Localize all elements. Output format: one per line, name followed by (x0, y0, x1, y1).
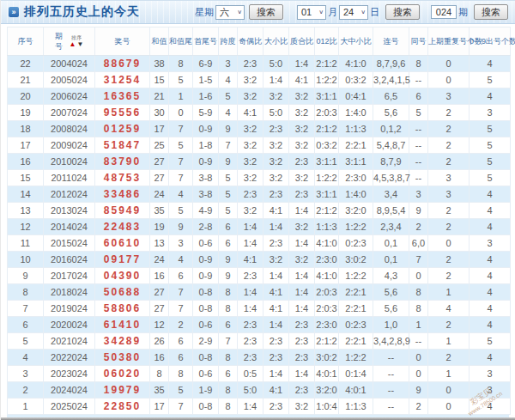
table-cell: 3:1:1 (339, 154, 373, 170)
table-cell: 4,5,3,8,7 (373, 170, 409, 186)
table-cell: 3 (470, 235, 511, 252)
table-cell: 4 (219, 72, 238, 88)
table-cell: 9 (8, 268, 44, 284)
table-cell: 5 (219, 203, 238, 219)
table-cell: 12 (150, 317, 169, 333)
table-cell: 6-9 (193, 56, 219, 72)
table-cell: 16 (150, 350, 169, 366)
table-cell: 1:4 (264, 317, 289, 333)
day-select-value: 24 (343, 7, 354, 17)
table-cell: 0 (409, 366, 428, 382)
table-cell: 6 (169, 333, 193, 350)
prize-number-cell: 61410 (95, 317, 150, 333)
table-row: 12025024228501770-881:42:33:21:0:41:1:3-… (8, 399, 511, 415)
day-select[interactable]: 24 ∨ (339, 5, 368, 20)
table-cell: 15 (150, 72, 169, 88)
table-cell: 1:4 (238, 399, 264, 415)
table-cell: 0-9 (193, 154, 219, 170)
table-cell: 1 (428, 366, 470, 382)
table-cell: 4:0:1 (339, 382, 373, 399)
table-cell: 0:3:2 (315, 137, 339, 154)
table-cell: 0-8 (193, 284, 219, 301)
header-same-number: 同号 (409, 27, 428, 56)
table-cell: 8 (150, 366, 169, 382)
table-cell: 4 (470, 252, 511, 268)
table-cell: 0-8 (193, 350, 219, 366)
table-cell: 4 (219, 105, 238, 121)
date-search-button[interactable]: 搜索 (385, 4, 420, 20)
table-cell: 1:2:2 (339, 350, 373, 366)
table-cell: 13 (150, 235, 169, 252)
table-cell: 27 (150, 284, 169, 301)
table-cell: 2004024 (44, 56, 95, 72)
table-cell: 4 (470, 301, 511, 317)
table-cell: 2,3,4 (373, 219, 409, 235)
table-cell: 0-6 (193, 366, 219, 382)
table-cell: 9 (219, 121, 238, 137)
week-select[interactable]: 六 ∨ (215, 5, 245, 20)
table-cell: 5:0 (264, 105, 289, 121)
sort-desc-icon[interactable]: ▼ (76, 41, 83, 48)
table-cell: 4 (470, 284, 511, 301)
table-cell: 2:3 (238, 350, 264, 366)
table-cell: 19 (8, 105, 44, 121)
prize-number-cell: 22483 (95, 219, 150, 235)
header-prime-composite: 质合比 (289, 27, 315, 56)
table-row: 222004024886793886-932:35:01:42:1:24:1:0… (8, 56, 511, 72)
table-cell: 0:3:2 (339, 72, 373, 88)
table-cell: 1 (8, 399, 44, 415)
prize-number-cell: 06020 (95, 366, 150, 382)
table-cell: 1:4:0 (339, 105, 373, 121)
table-cell: 2016024 (44, 252, 95, 268)
prize-number-cell: 88679 (95, 56, 150, 72)
table-cell: 6 (219, 219, 238, 235)
header-repeat-count: 上期重复号个数 (428, 27, 470, 56)
table-cell: 2019024 (44, 301, 95, 317)
table-cell: 2010024 (44, 154, 95, 170)
table-cell: 2025024 (44, 399, 95, 415)
table-row: 172009024518472551-873:23:23:20:3:22:2:1… (8, 137, 511, 154)
table-cell: 7 (169, 301, 193, 317)
prize-number-cell: 34289 (95, 333, 150, 350)
table-cell: 5 (169, 203, 193, 219)
week-label: 星期 (195, 6, 214, 19)
table-cell: 4 (8, 350, 44, 366)
table-cell: 0-9 (193, 252, 219, 268)
table-cell: 1:2:2 (339, 268, 373, 284)
table-cell: 8 (219, 350, 238, 366)
table-cell: 3:2 (264, 137, 289, 154)
table-cell: 2:3 (264, 350, 289, 366)
table-cell: 3 (428, 186, 470, 203)
table-row: 22024024199793551-985:04:12:33:2:04:0:1-… (8, 382, 511, 399)
prize-number-cell: 09177 (95, 252, 150, 268)
table-cell: 7 (169, 154, 193, 170)
table-cell: 1 (409, 317, 428, 333)
table-cell: 30 (150, 105, 169, 121)
table-cell: 0 (428, 399, 470, 415)
table-cell: 1:4 (264, 366, 289, 382)
table-row: 92017024043901660-992:31:41:44:1:01:2:24… (8, 268, 511, 284)
issue-input[interactable] (431, 5, 457, 19)
table-cell: 13 (8, 203, 44, 219)
table-cell: 3,2,4,1,5 (373, 72, 409, 88)
table-cell: 1:4 (289, 284, 315, 301)
table-cell: 4 (470, 399, 511, 415)
table-cell: 5 (169, 382, 193, 399)
month-select[interactable]: 01 ∨ (297, 5, 326, 20)
table-row: 72019024588062770-881:44:11:42:0:32:2:15… (8, 301, 511, 317)
sort-asc-icon[interactable]: ▲ (70, 41, 76, 48)
chevron-down-icon: ∨ (360, 9, 366, 15)
table-cell: 7 (219, 137, 238, 154)
table-cell: 2:3 (289, 350, 315, 366)
history-table-body: 222004024886793886-932:35:01:42:1:24:1:0… (8, 56, 511, 415)
table-cell: 5 (169, 72, 193, 88)
table-cell: -- (373, 350, 409, 366)
table-cell: 2006024 (44, 88, 95, 105)
table-cell: 6 (169, 268, 193, 284)
table-cell: 1:4:0 (339, 186, 373, 203)
week-search-button[interactable]: 搜索 (249, 4, 283, 20)
issue-search-button[interactable]: 搜索 (474, 4, 508, 20)
table-cell: 1:4 (238, 301, 264, 317)
table-cell: 8 (219, 382, 238, 399)
table-cell: 0,1 (373, 235, 409, 252)
